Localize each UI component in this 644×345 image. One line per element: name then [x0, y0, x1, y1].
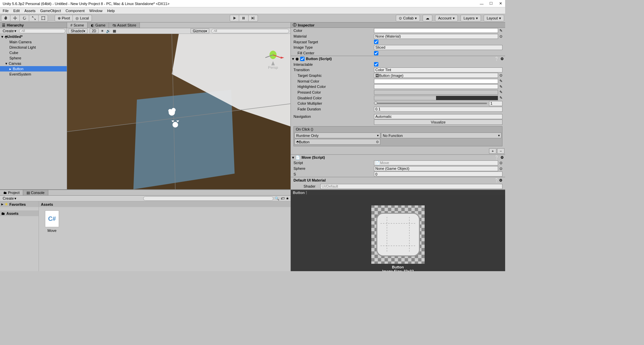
gear-icon[interactable]: ⚙ — [500, 155, 504, 160]
tab-scene[interactable]: #Scene — [67, 22, 88, 28]
eyedropper-icon[interactable]: ✎ — [499, 90, 502, 94]
imagetype-dropdown[interactable]: Sliced — [374, 45, 502, 50]
eyedropper-icon[interactable]: ✎ — [499, 96, 502, 100]
menu-assets[interactable]: Assets — [24, 9, 36, 13]
eyedropper-icon[interactable]: ✎ — [499, 79, 502, 83]
step-button[interactable] — [249, 15, 258, 21]
gear-icon[interactable]: ⚙ — [500, 57, 504, 61]
menu-file[interactable]: File — [3, 9, 9, 13]
help-icon[interactable]: ❔ — [494, 178, 499, 183]
onclick-object-field[interactable]: ⬘Button⊙ — [294, 139, 380, 145]
scale-tool[interactable] — [29, 15, 39, 21]
light-icon[interactable]: ☀ — [101, 29, 104, 33]
move-component-header[interactable]: ▾📄Move (Script)❔⚙ — [291, 154, 505, 160]
filter-icon[interactable]: 🔍 — [275, 196, 279, 201]
favorites-folder[interactable]: ▸★Favorites — [0, 201, 39, 207]
hierarchy-item-light[interactable]: Directional Light — [0, 45, 67, 50]
raycast-checkbox[interactable] — [374, 40, 378, 44]
hierarchy-item-camera[interactable]: Main Camera — [0, 39, 67, 45]
rect-tool[interactable] — [39, 15, 48, 21]
tab-game[interactable]: ◐Game — [88, 22, 109, 28]
menu-help[interactable]: Help — [107, 9, 115, 13]
pressedcolor-field[interactable] — [374, 90, 498, 95]
fadedur-field[interactable]: 0.1 — [374, 107, 502, 112]
move-tool[interactable] — [10, 15, 20, 21]
grip-icon[interactable]: ⋮ — [305, 191, 308, 195]
tab-asset-store[interactable]: 🛍Asset Store — [109, 22, 140, 28]
project-create-button[interactable]: Create ▾ — [1, 196, 18, 201]
hierarchy-item-button[interactable]: ▸Button — [0, 66, 67, 71]
audio-icon[interactable]: 🔊 — [106, 29, 111, 33]
rotate-tool[interactable] — [20, 15, 29, 21]
button-enabled-checkbox[interactable] — [300, 57, 305, 61]
help-icon[interactable]: ❔ — [494, 57, 499, 61]
object-picker-icon[interactable]: ⊙ — [499, 34, 502, 39]
label-icon[interactable]: 🏷 — [281, 196, 284, 200]
hierarchy-tab[interactable]: ☰Hierarchy — [0, 22, 67, 28]
hierarchy-item-eventsystem[interactable]: EventSystem — [0, 71, 67, 77]
scene-search[interactable] — [211, 29, 289, 33]
shading-mode-dropdown[interactable]: Shaded ▾ — [68, 29, 88, 33]
shader-dropdown[interactable]: UI/Default — [320, 184, 502, 189]
star-icon[interactable]: ★ — [286, 196, 289, 201]
color-field[interactable] — [374, 28, 498, 33]
object-picker-icon[interactable]: ⊙ — [499, 166, 502, 171]
s-field[interactable]: 0 — [374, 171, 502, 177]
runtime-dropdown[interactable]: Runtime Only▾ — [294, 133, 380, 138]
interactable-checkbox[interactable] — [374, 62, 378, 66]
visualize-button[interactable]: Visualize — [374, 119, 502, 125]
scene-viewport[interactable]: Persp — [67, 34, 290, 189]
fx-icon[interactable]: ▦ — [113, 29, 116, 33]
script-field[interactable]: 📄Move — [374, 160, 498, 165]
fillcenter-checkbox[interactable] — [374, 51, 378, 55]
function-dropdown[interactable]: No Function▾ — [381, 133, 501, 138]
menu-component[interactable]: Component — [65, 9, 85, 13]
help-icon[interactable]: ❔ — [494, 155, 499, 160]
account-button[interactable]: Account▾ — [435, 15, 458, 21]
pivot-button[interactable]: ⊕Pivot — [55, 15, 73, 21]
onclick-remove-button[interactable]: − — [497, 148, 504, 154]
colormult-slider[interactable] — [374, 103, 487, 104]
colormult-value[interactable]: 1 — [489, 101, 502, 106]
assets-breadcrumb[interactable]: Assets — [39, 201, 290, 207]
asset-move-script[interactable]: C# Move — [42, 210, 62, 233]
local-button[interactable]: ◎Local — [73, 15, 92, 21]
hierarchy-scene[interactable]: ▾⬘ Untitled* — [0, 34, 67, 39]
cloud-button[interactable]: ☁ — [423, 15, 432, 21]
highlightcolor-field[interactable] — [374, 84, 498, 89]
eyedropper-icon[interactable]: ✎ — [499, 85, 502, 89]
project-search[interactable] — [143, 196, 273, 201]
collab-button[interactable]: ⊙Collab▾ — [396, 15, 420, 21]
inspector-tab[interactable]: ⓘInspector — [291, 22, 505, 28]
2d-toggle[interactable]: 2D — [90, 29, 99, 33]
close-button[interactable]: ✕ — [498, 2, 502, 6]
hierarchy-item-sphere[interactable]: Sphere — [0, 55, 67, 61]
sphere-field[interactable]: None (Game Object) — [374, 166, 498, 171]
tab-console[interactable]: ▤Console — [23, 190, 48, 195]
hierarchy-item-canvas[interactable]: ▾Canvas — [0, 61, 67, 66]
hierarchy-search[interactable] — [19, 29, 65, 33]
preview-title[interactable]: Button ⋮ — [291, 190, 505, 195]
layers-button[interactable]: Layers▾ — [461, 15, 481, 21]
assets-folder[interactable]: 🖿Assets — [0, 210, 39, 216]
hierarchy-create-button[interactable]: Create ▾ — [1, 29, 18, 33]
hand-tool[interactable] — [1, 15, 10, 21]
eyedropper-icon[interactable]: ✎ — [499, 29, 502, 33]
object-picker-icon[interactable]: ⊙ — [499, 161, 502, 165]
tab-project[interactable]: 🖿Project — [0, 190, 23, 195]
navigation-dropdown[interactable]: Automatic — [374, 114, 502, 119]
minimize-button[interactable]: — — [480, 2, 484, 6]
menu-gameobject[interactable]: GameObject — [40, 9, 61, 13]
menu-edit[interactable]: Edit — [13, 9, 20, 13]
button-component-header[interactable]: ▾◉Button (Script)❔⚙ — [291, 56, 505, 61]
play-button[interactable] — [230, 15, 239, 21]
gear-icon[interactable]: ⚙ — [499, 178, 502, 183]
hierarchy-item-cube[interactable]: Cube — [0, 50, 67, 55]
material-field[interactable]: None (Material) — [374, 34, 498, 39]
target-field[interactable]: 🖼Button (Image) — [374, 73, 498, 78]
menu-window[interactable]: Window — [89, 9, 102, 13]
layout-button[interactable]: Layout▾ — [484, 15, 504, 21]
pause-button[interactable] — [239, 15, 249, 21]
gizmos-dropdown[interactable]: Gizmos ▾ — [191, 29, 209, 33]
maximize-button[interactable]: ☐ — [489, 2, 493, 6]
